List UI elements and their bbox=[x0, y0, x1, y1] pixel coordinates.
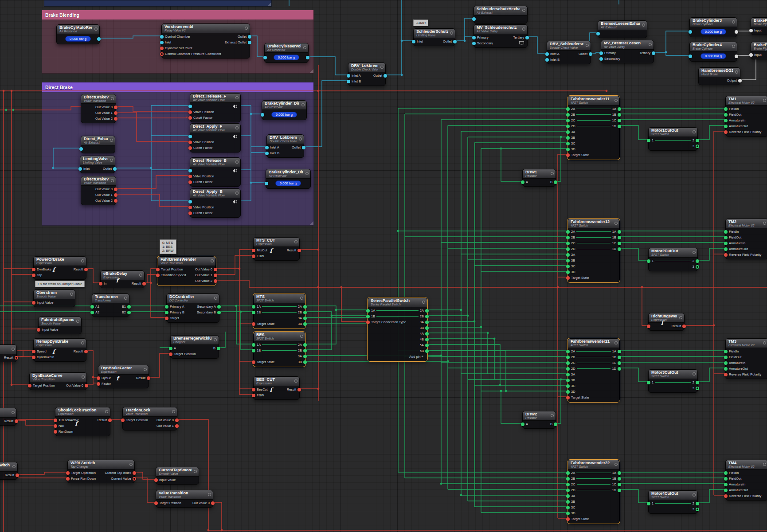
collapse-icon[interactable] bbox=[614, 99, 618, 102]
comment-resize-handle[interactable] bbox=[267, 2, 271, 6]
collapse-icon[interactable] bbox=[735, 70, 738, 74]
inlet-pin[interactable] bbox=[78, 167, 82, 171]
comment-resize-handle[interactable] bbox=[309, 221, 313, 225]
collapse-icon[interactable] bbox=[211, 259, 214, 262]
target-position-pin[interactable] bbox=[156, 268, 160, 271]
out-value-0-pin[interactable] bbox=[85, 384, 88, 387]
collapse-icon[interactable] bbox=[299, 137, 302, 141]
node-mv-bremseloesen[interactable]: MV_BremseLoesenAir Valve 3WayPrimaryTert… bbox=[601, 40, 654, 63]
node-powerorbrake[interactable]: PowerOrBrakeExpressionDynBrakeResultTapf bbox=[33, 256, 86, 280]
3d-pin[interactable] bbox=[566, 148, 570, 151]
a-pin[interactable] bbox=[169, 347, 172, 350]
target-pin[interactable] bbox=[165, 317, 168, 320]
factor-pin[interactable] bbox=[97, 382, 100, 386]
collapse-icon[interactable] bbox=[70, 293, 73, 296]
collapse-icon[interactable] bbox=[172, 410, 175, 413]
2c-pin[interactable] bbox=[566, 483, 570, 486]
valve-position-pin[interactable] bbox=[188, 141, 192, 144]
node-fahrbremswender[interactable]: FahrBremsWenderValue TransitionTarget Po… bbox=[157, 256, 216, 286]
target-position-pin[interactable] bbox=[154, 501, 158, 505]
node-motor4cutout[interactable]: Motor4CutOutSP2T Switch123 bbox=[648, 490, 698, 514]
2b-pin[interactable] bbox=[303, 311, 307, 314]
out-value-0-pin[interactable] bbox=[214, 268, 217, 271]
out-value-0-pin[interactable] bbox=[114, 106, 117, 109]
cutoff-factor-pin[interactable] bbox=[188, 146, 192, 150]
collapse-icon[interactable] bbox=[303, 46, 306, 49]
node-partialresult1[interactable]: Result bbox=[0, 344, 17, 362]
node-bes[interactable]: BES3P2T Switch1A2A1B2B3ATarget State3B bbox=[253, 332, 305, 367]
node-limitingvalve[interactable]: LimitingValveLimiting ValveInletOutlet bbox=[80, 156, 115, 173]
node-transformer[interactable]: TransformerTransformerA1B1A2B2 bbox=[92, 293, 129, 317]
pin-pin[interactable] bbox=[188, 135, 192, 138]
out-value-1-pin[interactable] bbox=[114, 111, 117, 115]
outlet-pin[interactable] bbox=[589, 52, 592, 56]
1b-pin[interactable] bbox=[618, 356, 621, 359]
node-brakepipe2[interactable]: BrakePipeBrake PipeInput bbox=[751, 42, 767, 59]
4b-pin[interactable] bbox=[425, 338, 429, 341]
output-pin[interactable] bbox=[97, 37, 101, 41]
node-brw2[interactable]: BRW2ResistorAB bbox=[522, 411, 556, 429]
node-directbrakevalveb[interactable]: DirectBrakeValveBValue TransitionOut Val… bbox=[81, 176, 116, 205]
1c-pin[interactable] bbox=[618, 361, 621, 365]
rundown-pin[interactable] bbox=[54, 430, 57, 434]
value-display[interactable]: 0.000 bar g bbox=[275, 180, 301, 186]
value-display[interactable]: 0.000 bar g bbox=[271, 112, 297, 117]
node-schleuderschutzhexhaust[interactable]: SchleuderschutzHexhaustAir Exhaust bbox=[474, 6, 528, 23]
1a-pin[interactable] bbox=[618, 471, 621, 475]
target-operation-pin[interactable] bbox=[66, 471, 70, 475]
1-pin[interactable] bbox=[647, 381, 650, 384]
collapse-icon[interactable] bbox=[614, 463, 618, 466]
input-pin[interactable] bbox=[263, 56, 267, 59]
1a-pin[interactable] bbox=[618, 350, 621, 353]
cutoff-factor-pin[interactable] bbox=[188, 211, 192, 215]
node-richtungswender[interactable]: RichtungswenderExpressionResultf bbox=[648, 313, 685, 331]
comment-box[interactable] bbox=[44, 0, 272, 7]
collapse-icon[interactable] bbox=[235, 96, 239, 99]
node-brakecylinder-direct-b[interactable]: BrakeCylinder_Direct_BAir Reservoir0.000… bbox=[266, 169, 311, 189]
target-state-pin[interactable] bbox=[566, 276, 570, 280]
b-pin[interactable] bbox=[554, 180, 557, 184]
collapse-icon[interactable] bbox=[214, 338, 217, 341]
valve-position-pin[interactable] bbox=[188, 110, 192, 114]
tertiary-pin[interactable] bbox=[525, 36, 529, 39]
inlet-a-pin[interactable] bbox=[545, 52, 549, 56]
fieldin-pin[interactable] bbox=[724, 230, 728, 234]
target-state-pin[interactable] bbox=[252, 360, 255, 364]
collapse-icon[interactable] bbox=[551, 414, 554, 417]
result-pin[interactable] bbox=[682, 325, 686, 328]
collapse-icon[interactable] bbox=[522, 9, 525, 12]
pin-pin[interactable] bbox=[188, 200, 192, 203]
b2-pin[interactable] bbox=[127, 311, 131, 314]
2b-pin[interactable] bbox=[566, 356, 570, 359]
primary-b-pin[interactable] bbox=[165, 311, 168, 314]
out-value-1-pin[interactable] bbox=[214, 274, 217, 277]
value-display[interactable]: 0.000 bar g bbox=[700, 29, 726, 35]
collapse-icon[interactable] bbox=[693, 372, 696, 376]
1c-pin[interactable] bbox=[618, 242, 621, 245]
collapse-icon[interactable] bbox=[111, 179, 114, 182]
result-pin[interactable] bbox=[108, 419, 112, 422]
node-brakecylinder-direct-f[interactable]: BrakeCylinder_Direct_FAir Reservoir0.000… bbox=[262, 100, 307, 120]
output-pin[interactable] bbox=[306, 56, 309, 59]
outlet-pin[interactable] bbox=[453, 40, 457, 43]
dynbrake-pin[interactable] bbox=[32, 268, 35, 271]
secondary-pin[interactable] bbox=[599, 57, 603, 61]
3d-pin[interactable] bbox=[566, 512, 570, 515]
result-pin[interactable] bbox=[297, 388, 301, 391]
reverse-field-polarity-pin[interactable] bbox=[724, 373, 728, 376]
value-display[interactable]: 0.000 bar g bbox=[274, 55, 299, 60]
node-fahrbremswender12[interactable]: Fahrbremswender124P2T Switch2A1A2B1B2C1C… bbox=[567, 219, 620, 282]
3a-pin[interactable] bbox=[566, 494, 570, 498]
2c-pin[interactable] bbox=[566, 361, 570, 365]
target-connection-type-pin[interactable] bbox=[366, 321, 370, 324]
inlet-b-pin[interactable] bbox=[347, 80, 350, 83]
node-drv-lokbremse-v[interactable]: DRV_Lokbremse_VDouble Check ValveInlet A… bbox=[266, 134, 304, 158]
node-shouldlocktraction[interactable]: ShouldLockTractionExpressionTRLockActive… bbox=[55, 407, 110, 436]
target-state-pin[interactable] bbox=[566, 517, 570, 521]
collapse-icon[interactable] bbox=[214, 297, 217, 300]
3d-pin[interactable] bbox=[566, 390, 570, 394]
collapse-icon[interactable] bbox=[614, 222, 618, 225]
3b-pin[interactable] bbox=[566, 500, 570, 504]
input-pin[interactable] bbox=[749, 53, 753, 57]
fieldout-pin[interactable] bbox=[724, 356, 728, 359]
